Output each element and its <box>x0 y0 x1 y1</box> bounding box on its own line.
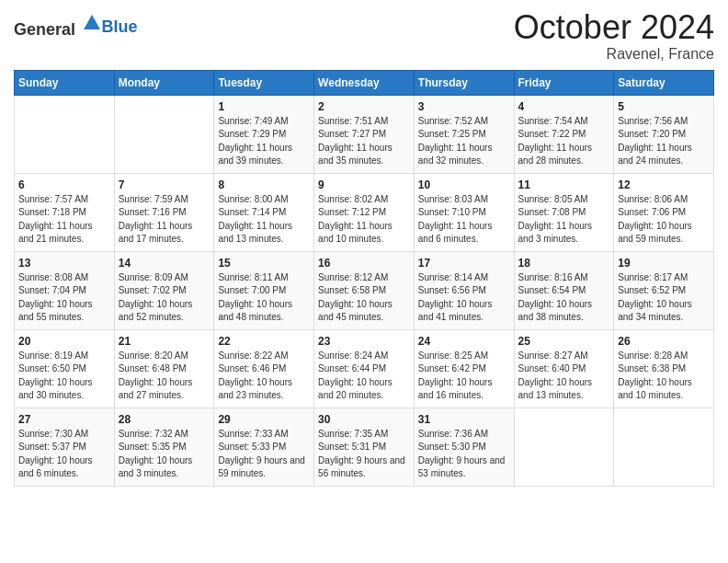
day-content: Sunrise: 8:24 AMSunset: 6:44 PMDaylight:… <box>318 350 410 403</box>
header-cell-monday: Monday <box>114 70 214 95</box>
day-cell: 19Sunrise: 8:17 AMSunset: 6:52 PMDayligh… <box>614 251 714 329</box>
day-content: Sunrise: 7:33 AMSunset: 5:33 PMDaylight:… <box>218 428 310 481</box>
day-content: Sunrise: 8:02 AMSunset: 7:12 PMDaylight:… <box>318 193 410 247</box>
day-cell: 26Sunrise: 8:28 AMSunset: 6:38 PMDayligh… <box>614 329 714 408</box>
day-number: 2 <box>318 100 410 113</box>
header: General Blue October 2024 Ravenel, Franc… <box>14 9 714 63</box>
day-cell: 4Sunrise: 7:54 AMSunset: 7:22 PMDaylight… <box>514 95 614 173</box>
day-cell: 24Sunrise: 8:25 AMSunset: 6:42 PMDayligh… <box>414 329 514 408</box>
day-number: 20 <box>18 335 110 348</box>
day-cell: 2Sunrise: 7:51 AMSunset: 7:27 PMDaylight… <box>314 95 415 173</box>
day-cell: 22Sunrise: 8:22 AMSunset: 6:46 PMDayligh… <box>214 329 314 408</box>
day-cell: 5Sunrise: 7:56 AMSunset: 7:20 PMDaylight… <box>614 95 714 173</box>
header-cell-tuesday: Tuesday <box>214 70 314 95</box>
day-number: 26 <box>618 335 710 348</box>
day-number: 30 <box>318 413 410 426</box>
logo: General Blue <box>14 15 138 39</box>
header-row: SundayMondayTuesdayWednesdayThursdayFrid… <box>15 70 714 95</box>
day-content: Sunrise: 8:05 AMSunset: 7:08 PMDaylight:… <box>518 193 610 247</box>
calendar-page: General Blue October 2024 Ravenel, Franc… <box>0 0 728 563</box>
day-cell: 13Sunrise: 8:08 AMSunset: 7:04 PMDayligh… <box>15 251 115 329</box>
day-content: Sunrise: 7:52 AMSunset: 7:25 PMDaylight:… <box>418 115 510 168</box>
day-cell: 9Sunrise: 8:02 AMSunset: 7:12 PMDaylight… <box>314 173 415 251</box>
day-content: Sunrise: 8:11 AMSunset: 7:00 PMDaylight:… <box>218 271 310 325</box>
day-content: Sunrise: 8:25 AMSunset: 6:42 PMDaylight:… <box>418 350 510 403</box>
week-row-5: 27Sunrise: 7:30 AMSunset: 5:37 PMDayligh… <box>15 408 714 486</box>
day-content: Sunrise: 8:03 AMSunset: 7:10 PMDaylight:… <box>418 193 510 247</box>
day-number: 22 <box>218 335 310 348</box>
day-content: Sunrise: 8:12 AMSunset: 6:58 PMDaylight:… <box>318 271 410 325</box>
day-number: 29 <box>218 413 310 426</box>
day-number: 31 <box>418 413 510 426</box>
day-content: Sunrise: 7:56 AMSunset: 7:20 PMDaylight:… <box>618 115 710 168</box>
day-number: 1 <box>218 100 310 113</box>
day-cell: 18Sunrise: 8:16 AMSunset: 6:54 PMDayligh… <box>514 251 614 329</box>
calendar-table: SundayMondayTuesdayWednesdayThursdayFrid… <box>14 70 714 487</box>
day-cell <box>114 95 214 173</box>
day-number: 28 <box>119 413 210 426</box>
day-number: 3 <box>418 100 510 113</box>
day-number: 6 <box>18 178 110 191</box>
header-cell-friday: Friday <box>514 70 614 95</box>
day-number: 13 <box>18 257 110 270</box>
logo-blue: Blue <box>102 17 138 36</box>
week-row-4: 20Sunrise: 8:19 AMSunset: 6:50 PMDayligh… <box>15 329 714 408</box>
week-row-2: 6Sunrise: 7:57 AMSunset: 7:18 PMDaylight… <box>15 173 714 251</box>
day-content: Sunrise: 8:16 AMSunset: 6:54 PMDaylight:… <box>518 271 610 325</box>
day-cell: 29Sunrise: 7:33 AMSunset: 5:33 PMDayligh… <box>214 408 314 486</box>
day-cell <box>514 408 614 486</box>
day-content: Sunrise: 7:57 AMSunset: 7:18 PMDaylight:… <box>18 193 110 247</box>
week-row-3: 13Sunrise: 8:08 AMSunset: 7:04 PMDayligh… <box>15 251 714 329</box>
day-cell: 27Sunrise: 7:30 AMSunset: 5:37 PMDayligh… <box>15 408 115 486</box>
day-number: 8 <box>218 178 310 191</box>
logo-icon <box>82 13 102 33</box>
day-cell: 10Sunrise: 8:03 AMSunset: 7:10 PMDayligh… <box>414 173 514 251</box>
day-content: Sunrise: 8:06 AMSunset: 7:06 PMDaylight:… <box>618 193 710 247</box>
day-cell: 1Sunrise: 7:49 AMSunset: 7:29 PMDaylight… <box>214 95 314 173</box>
day-content: Sunrise: 8:17 AMSunset: 6:52 PMDaylight:… <box>618 271 710 325</box>
day-cell: 16Sunrise: 8:12 AMSunset: 6:58 PMDayligh… <box>314 251 415 329</box>
day-number: 14 <box>119 257 210 270</box>
day-content: Sunrise: 8:28 AMSunset: 6:38 PMDaylight:… <box>618 350 710 403</box>
week-row-1: 1Sunrise: 7:49 AMSunset: 7:29 PMDaylight… <box>15 95 714 173</box>
day-number: 16 <box>318 257 410 270</box>
day-number: 25 <box>518 335 610 348</box>
day-number: 11 <box>518 178 610 191</box>
day-cell: 7Sunrise: 7:59 AMSunset: 7:16 PMDaylight… <box>114 173 214 251</box>
day-content: Sunrise: 7:49 AMSunset: 7:29 PMDaylight:… <box>218 115 310 168</box>
header-cell-wednesday: Wednesday <box>314 70 415 95</box>
day-cell: 30Sunrise: 7:35 AMSunset: 5:31 PMDayligh… <box>314 408 415 486</box>
logo-general: General <box>14 20 75 39</box>
day-number: 12 <box>618 178 710 191</box>
day-number: 17 <box>418 257 510 270</box>
day-number: 19 <box>618 257 710 270</box>
day-cell: 3Sunrise: 7:52 AMSunset: 7:25 PMDaylight… <box>414 95 514 173</box>
title-block: October 2024 Ravenel, France <box>514 9 714 63</box>
day-cell: 6Sunrise: 7:57 AMSunset: 7:18 PMDaylight… <box>15 173 115 251</box>
day-cell: 11Sunrise: 8:05 AMSunset: 7:08 PMDayligh… <box>514 173 614 251</box>
day-cell: 15Sunrise: 8:11 AMSunset: 7:00 PMDayligh… <box>214 251 314 329</box>
month-title: October 2024 <box>514 9 714 46</box>
day-content: Sunrise: 7:30 AMSunset: 5:37 PMDaylight:… <box>18 428 110 481</box>
day-number: 21 <box>119 335 210 348</box>
day-cell: 14Sunrise: 8:09 AMSunset: 7:02 PMDayligh… <box>114 251 214 329</box>
day-cell: 8Sunrise: 8:00 AMSunset: 7:14 PMDaylight… <box>214 173 314 251</box>
day-cell: 12Sunrise: 8:06 AMSunset: 7:06 PMDayligh… <box>614 173 714 251</box>
day-number: 18 <box>518 257 610 270</box>
day-number: 5 <box>618 100 710 113</box>
day-content: Sunrise: 7:54 AMSunset: 7:22 PMDaylight:… <box>518 115 610 168</box>
day-content: Sunrise: 8:08 AMSunset: 7:04 PMDaylight:… <box>18 271 110 325</box>
day-number: 24 <box>418 335 510 348</box>
day-number: 23 <box>318 335 410 348</box>
day-cell <box>614 408 714 486</box>
day-content: Sunrise: 8:19 AMSunset: 6:50 PMDaylight:… <box>18 350 110 403</box>
day-cell: 20Sunrise: 8:19 AMSunset: 6:50 PMDayligh… <box>15 329 115 408</box>
day-content: Sunrise: 7:35 AMSunset: 5:31 PMDaylight:… <box>318 428 410 481</box>
day-cell <box>15 95 115 173</box>
day-cell: 21Sunrise: 8:20 AMSunset: 6:48 PMDayligh… <box>114 329 214 408</box>
location-title: Ravenel, France <box>514 46 714 63</box>
day-number: 27 <box>18 413 110 426</box>
day-content: Sunrise: 8:22 AMSunset: 6:46 PMDaylight:… <box>218 350 310 403</box>
header-cell-thursday: Thursday <box>414 70 514 95</box>
day-content: Sunrise: 8:09 AMSunset: 7:02 PMDaylight:… <box>119 271 210 325</box>
